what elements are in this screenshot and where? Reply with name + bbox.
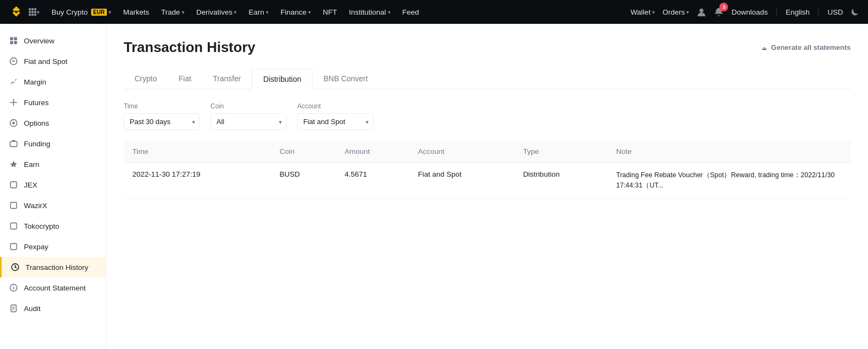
nav-buy-crypto[interactable]: Buy Crypto EUR ▾	[46, 6, 117, 18]
svg-rect-15	[10, 37, 14, 41]
sidebar-item-funding[interactable]: Funding	[0, 133, 106, 154]
svg-rect-13	[34, 14, 36, 16]
svg-point-14	[700, 9, 704, 12]
sidebar-item-jex[interactable]: JEX	[0, 174, 106, 195]
sidebar-label-transaction-history: Transaction History	[25, 263, 88, 272]
fiat-spot-icon	[9, 56, 18, 66]
currency-selector[interactable]: USD	[827, 8, 843, 16]
time-filter-select[interactable]: Past 30 days Past 90 days Past 180 days …	[124, 113, 200, 130]
wazirx-icon	[9, 201, 18, 210]
transaction-table-wrap: Time Coin Amount Account Type Note 2022-…	[124, 141, 851, 199]
sidebar-label-earn: Earn	[24, 160, 40, 169]
history-icon	[10, 262, 20, 272]
coin-filter-select[interactable]: All BTC ETH BNB BUSD USDT	[210, 113, 286, 130]
svg-rect-9	[31, 11, 34, 13]
generate-statements-link[interactable]: Generate all statements	[761, 43, 851, 51]
sidebar-item-tokocrypto[interactable]: Tokocrypto	[0, 216, 106, 236]
tab-fiat[interactable]: Fiat	[168, 69, 202, 89]
account-filter-label: Account	[297, 102, 373, 110]
sidebar-item-audit[interactable]: Audit	[0, 298, 106, 319]
coin-filter-group: Coin All BTC ETH BNB BUSD USDT ▾	[210, 102, 286, 130]
topnav-right: Wallet▾ Orders▾ 3 Downloads English USD	[630, 7, 859, 17]
language-selector[interactable]: English	[786, 8, 809, 16]
svg-rect-24	[10, 202, 16, 208]
tab-crypto[interactable]: Crypto	[124, 69, 168, 89]
margin-icon	[9, 77, 18, 87]
sidebar-item-futures[interactable]: Futures	[0, 92, 106, 113]
funding-icon	[9, 139, 18, 148]
svg-rect-22	[10, 141, 17, 147]
grid-menu-icon[interactable]: ▾	[28, 8, 40, 16]
sidebar-label-options: Options	[24, 119, 49, 127]
nav-markets[interactable]: Markets	[118, 6, 155, 18]
svg-rect-17	[10, 41, 14, 44]
sidebar-label-tokocrypto: Tokocrypto	[24, 222, 59, 230]
nav-earn[interactable]: Earn▾	[243, 6, 274, 18]
page-layout: Overview Fiat and Spot Margin Futures Op	[0, 24, 868, 349]
top-navigation: ▾ Buy Crypto EUR ▾ Markets Trade▾ Deriva…	[0, 0, 868, 24]
sidebar-label-margin: Margin	[24, 78, 46, 86]
filter-row: Time Past 30 days Past 90 days Past 180 …	[124, 102, 851, 130]
tab-distribution[interactable]: Distribution	[252, 69, 312, 89]
downloads-link[interactable]: Downloads	[731, 8, 768, 16]
sidebar-label-fiat-spot: Fiat and Spot	[24, 57, 67, 66]
cell-coin: BUSD	[271, 163, 336, 199]
cell-note: Trading Fee Rebate Voucher（Spot）Reward, …	[608, 163, 851, 199]
tab-transfer[interactable]: Transfer	[202, 69, 252, 89]
table-row: 2022-11-30 17:27:19 BUSD 4.5671 Fiat and…	[124, 163, 851, 199]
sidebar-item-options[interactable]: Options	[0, 113, 106, 133]
theme-toggle[interactable]	[851, 8, 859, 16]
pexpay-icon	[9, 242, 18, 251]
col-header-coin: Coin	[271, 141, 336, 163]
col-header-account: Account	[410, 141, 515, 163]
nav-trade[interactable]: Trade▾	[156, 6, 190, 18]
nav-finance[interactable]: Finance▾	[275, 6, 316, 18]
sidebar-item-pexpay[interactable]: Pexpay	[0, 236, 106, 257]
svg-text:$: $	[12, 286, 15, 290]
notification-count: 3	[719, 3, 728, 11]
sidebar-item-margin[interactable]: Margin	[0, 72, 106, 92]
svg-rect-25	[10, 223, 16, 229]
time-select-wrapper: Past 30 days Past 90 days Past 180 days …	[124, 113, 200, 130]
nav-feed[interactable]: Feed	[397, 6, 425, 18]
sidebar-label-wazirx: WazirX	[24, 202, 47, 210]
time-filter-label: Time	[124, 102, 200, 110]
coin-filter-label: Coin	[210, 102, 286, 110]
profile-icon[interactable]	[697, 7, 706, 17]
earn-icon	[9, 159, 18, 169]
cell-account: Fiat and Spot	[410, 163, 515, 199]
sidebar-item-wazirx[interactable]: WazirX	[0, 195, 106, 216]
svg-marker-3	[12, 11, 20, 17]
jex-icon	[9, 180, 18, 190]
svg-rect-23	[10, 182, 16, 188]
sidebar: Overview Fiat and Spot Margin Futures Op	[0, 24, 106, 349]
svg-rect-10	[34, 11, 36, 13]
svg-rect-12	[31, 14, 34, 16]
binance-logo[interactable]	[9, 4, 24, 20]
account-filter-select[interactable]: Fiat and Spot Margin Futures Funding Ear…	[297, 113, 373, 130]
nav-derivatives[interactable]: Derivatives▾	[191, 6, 242, 18]
col-header-time: Time	[124, 141, 271, 163]
tab-bnb-convert[interactable]: BNB Convert	[312, 69, 379, 89]
sidebar-item-overview[interactable]: Overview	[0, 30, 106, 51]
sidebar-item-transaction-history[interactable]: Transaction History	[0, 257, 106, 277]
notifications-icon[interactable]: 3	[714, 7, 724, 17]
orders-link[interactable]: Orders▾	[662, 8, 689, 16]
svg-rect-16	[14, 37, 17, 41]
page-title-row: Transaction History Generate all stateme…	[124, 39, 851, 56]
sidebar-item-earn[interactable]: Earn	[0, 154, 106, 174]
sidebar-label-jex: JEX	[24, 181, 37, 189]
main-content: Transaction History Generate all stateme…	[106, 24, 868, 349]
statement-icon: $	[9, 283, 18, 293]
audit-icon	[9, 303, 18, 313]
sidebar-label-account-statement: Account Statement	[24, 284, 86, 292]
sidebar-item-fiat-spot[interactable]: Fiat and Spot	[0, 51, 106, 72]
sidebar-item-account-statement[interactable]: $ Account Statement	[0, 277, 106, 298]
svg-rect-5	[29, 8, 31, 10]
nav-nft[interactable]: NFT	[317, 6, 342, 18]
nav-institutional[interactable]: Institutional▾	[343, 6, 395, 18]
wallet-link[interactable]: Wallet▾	[630, 8, 655, 16]
cell-type: Distribution	[514, 163, 608, 199]
svg-point-20	[12, 122, 15, 125]
svg-rect-18	[14, 41, 17, 44]
